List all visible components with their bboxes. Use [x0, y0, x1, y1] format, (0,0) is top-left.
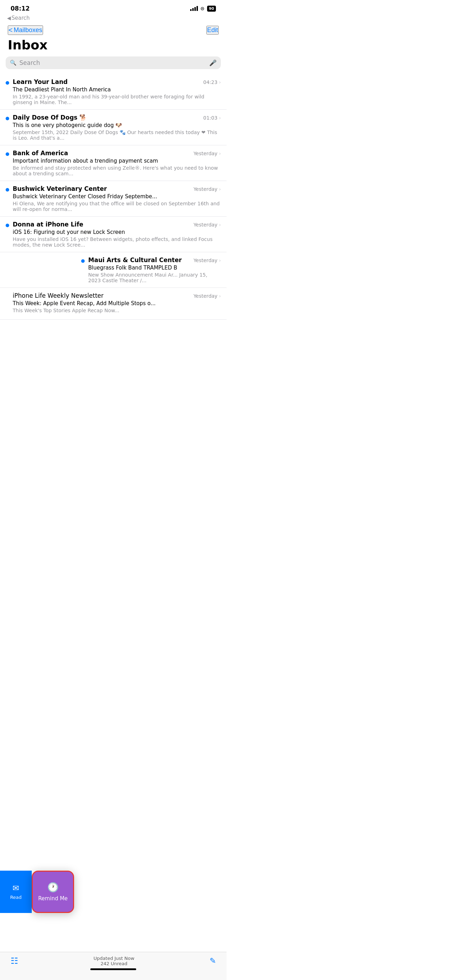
email-preview: Hi Olena, We are notifying you that the … [13, 201, 221, 212]
wifi-icon: ⊜ [200, 6, 205, 11]
email-preview: Be informed and stay protected when usin… [13, 165, 221, 177]
email-subject: iOS 16: Figuring out your new Lock Scree… [13, 229, 221, 235]
email-time: Yesterday › [193, 186, 221, 192]
chevron-right-icon: › [219, 151, 221, 156]
list-item[interactable]: Maui Arts & Cultural Center Yesterday › … [0, 252, 227, 288]
email-time: Yesterday › [193, 258, 221, 263]
email-subject: Bushwick Veterinary Center Closed Friday… [13, 193, 221, 200]
signal-bars-icon [190, 6, 198, 11]
chevron-right-icon: › [219, 186, 221, 192]
list-item[interactable]: Bank of America Yesterday › Important in… [0, 145, 227, 181]
email-preview: New Show Announcement Maui Ar... January… [88, 272, 221, 283]
email-preview: Have you installed iOS 16 yet? Between w… [13, 236, 221, 248]
chevron-right-icon: › [219, 293, 221, 299]
edit-label: Edit [207, 27, 218, 33]
back-chevron-icon: ◀ [7, 15, 11, 21]
email-sender: Donna at iPhone Life [13, 221, 83, 228]
back-nav-text: ◀ Search [7, 15, 219, 21]
email-preview: This Week's Top Stories Apple Recap Now.… [13, 308, 221, 313]
battery-indicator: 90 [207, 6, 216, 12]
email-list: Learn Your Land 04:23 › The Deadliest Pl… [0, 74, 227, 320]
email-subject: This is one very photogenic guide dog 🐶 [13, 122, 221, 129]
search-placeholder: Search [19, 59, 207, 66]
mailboxes-button[interactable]: < Mailboxes [8, 25, 43, 35]
email-time: 01:03 › [203, 115, 221, 121]
list-item[interactable]: Donna at iPhone Life Yesterday › iOS 16:… [0, 216, 227, 252]
back-nav-label: Search [12, 15, 30, 21]
email-subject: Bluegrass Folk Band TRAMPLED B [88, 264, 221, 271]
chevron-right-icon: › [219, 80, 221, 85]
email-preview: September 15th, 2022 Daily Dose Of Dogs … [13, 129, 221, 141]
search-bar[interactable]: 🔍 Search 🎤 [6, 56, 221, 69]
email-sender: Maui Arts & Cultural Center [88, 256, 182, 264]
mic-icon[interactable]: 🎤 [209, 59, 217, 66]
email-sender: Bushwick Veterinary Center [13, 185, 107, 192]
search-bar-container: 🔍 Search 🎤 [0, 56, 227, 74]
unread-indicator [6, 81, 9, 85]
inbox-title: Inbox [0, 37, 227, 56]
email-subject: Important information about a trending p… [13, 158, 221, 164]
email-time: Yesterday › [193, 293, 221, 299]
unread-indicator [6, 188, 9, 192]
unread-indicator [6, 224, 9, 227]
email-time: 04:23 › [203, 80, 221, 85]
unread-indicator [81, 259, 85, 263]
list-item[interactable]: Daily Dose Of Dogs 🐕 01:03 › This is one… [0, 110, 227, 145]
edit-button[interactable]: Edit [207, 26, 219, 35]
chevron-right-icon: › [219, 258, 221, 263]
email-sender: Daily Dose Of Dogs 🐕 [13, 114, 87, 121]
header: < Mailboxes Edit [0, 22, 227, 37]
search-icon: 🔍 [10, 60, 17, 66]
chevron-right-icon: › [219, 115, 221, 121]
email-sender: iPhone Life Weekly Newsletter [13, 292, 104, 299]
email-preview: In 1992, a 23-year-old man and his 39-ye… [13, 94, 221, 105]
list-item[interactable]: Bushwick Veterinary Center Yesterday › B… [0, 181, 227, 216]
status-time: 08:12 [11, 5, 30, 12]
unread-indicator [6, 153, 9, 156]
email-sender: Learn Your Land [13, 78, 68, 85]
chevron-right-icon: › [219, 222, 221, 228]
email-time: Yesterday › [193, 151, 221, 156]
list-item[interactable]: Learn Your Land 04:23 › The Deadliest Pl… [0, 74, 227, 110]
email-subject: The Deadliest Plant In North America [13, 86, 221, 93]
unread-indicator [6, 117, 9, 120]
status-icons: ⊜ 90 [190, 6, 216, 12]
email-subject: This Week: Apple Event Recap, Add Multip… [13, 300, 221, 307]
list-item[interactable]: iPhone Life Weekly Newsletter Yesterday … [0, 288, 227, 320]
status-bar: 08:12 ⊜ 90 [0, 0, 227, 14]
back-nav: ◀ Search [0, 14, 227, 22]
email-sender: Bank of America [13, 150, 68, 157]
unread-indicator [6, 295, 9, 298]
chevron-left-icon: < [8, 26, 13, 34]
email-time: Yesterday › [193, 222, 221, 228]
mailboxes-label: Mailboxes [14, 27, 42, 34]
